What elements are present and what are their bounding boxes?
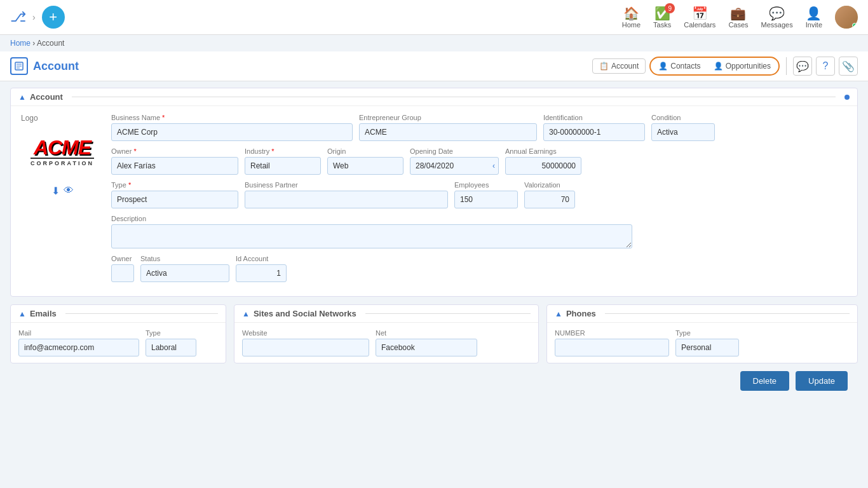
opportunities-icon: 👤	[714, 62, 723, 71]
business-name-input[interactable]	[111, 123, 353, 141]
sites-section-header[interactable]: ▲ Sites and Social Networks	[234, 305, 538, 323]
nav-tasks-label: Tasks	[653, 21, 671, 29]
nav-cases-label: Cases	[728, 21, 748, 29]
business-partner-input[interactable]	[245, 191, 448, 208]
valorization-label: Valorization	[524, 181, 575, 189]
mail-input[interactable]	[18, 339, 139, 356]
tree-icon: ⎇	[10, 9, 26, 25]
phones-section-header[interactable]: ▲ Phones	[547, 305, 857, 323]
contacts-button[interactable]: 👤 Contacts	[653, 59, 705, 73]
header-divider	[786, 57, 787, 75]
date-arrow-icon[interactable]: ‹	[492, 161, 495, 170]
status-label: Status	[140, 255, 229, 262]
acme-text: ACME	[31, 137, 94, 158]
bottom-sections: ▲ Emails Mail Type	[10, 304, 858, 363]
page-header-right: 📋 Account 👤 Contacts 👤 Opportunities 💬 ?…	[592, 57, 858, 76]
condition-group: Condition	[651, 114, 715, 141]
clip-button[interactable]: 📎	[839, 57, 858, 76]
sites-section-title: Sites and Social Networks	[254, 309, 356, 318]
account-button[interactable]: 📋 Account	[592, 58, 646, 74]
account-btn-label: Account	[611, 62, 639, 71]
emails-form: Mail Type	[11, 323, 226, 363]
account-form-body: Logo ACME CORPORATION ⬇ 👁	[11, 106, 857, 296]
emails-section: ▲ Emails Mail Type	[10, 304, 226, 363]
page-header: Account 📋 Account 👤 Contacts 👤 Opportuni…	[0, 51, 868, 81]
description-textarea[interactable]	[111, 224, 632, 248]
email-type-input[interactable]	[146, 339, 196, 356]
emails-section-header[interactable]: ▲ Emails	[11, 305, 226, 323]
sites-toggle-icon: ▲	[242, 309, 250, 318]
acme-logo: ACME CORPORATION	[31, 137, 94, 166]
nav-calendars[interactable]: 📅 Calendars	[684, 6, 715, 29]
owner-box[interactable]	[111, 264, 134, 282]
condition-input[interactable]	[651, 123, 715, 141]
website-group: Website	[242, 329, 369, 356]
account-section: ▲ Account Logo ACME CORPORATION ⬇ 👁	[10, 88, 858, 297]
valorization-input[interactable]	[524, 191, 575, 208]
emails-section-title: Emails	[30, 309, 57, 318]
breadcrumb-home[interactable]: Home	[10, 39, 31, 48]
phone-type-input[interactable]	[675, 339, 739, 356]
email-type-group: Type	[146, 329, 196, 356]
status-input[interactable]	[140, 264, 229, 282]
type-input[interactable]	[111, 191, 238, 208]
annual-earnings-input[interactable]	[505, 157, 581, 175]
contacts-icon: 👤	[658, 62, 668, 71]
phones-section: ▲ Phones NUMBER Type	[546, 304, 858, 363]
number-input[interactable]	[555, 339, 669, 356]
tasks-badge: 9	[665, 3, 675, 13]
nav-home[interactable]: 🏠 Home	[622, 6, 641, 29]
entrepreneur-group-input[interactable]	[359, 123, 537, 141]
entrepreneur-group-label: Entrepreneur Group	[359, 114, 537, 121]
sites-section: ▲ Sites and Social Networks Website Net	[234, 304, 539, 363]
origin-input[interactable]	[327, 157, 403, 175]
business-name-group: Business Name *	[111, 114, 353, 141]
home-icon: 🏠	[623, 6, 639, 21]
chat-button[interactable]: 💬	[793, 57, 812, 76]
nav-messages[interactable]: 💬 Messages	[761, 6, 793, 29]
net-group: Net	[376, 329, 477, 356]
help-button[interactable]: ?	[816, 57, 835, 76]
update-button[interactable]: Update	[796, 371, 848, 391]
website-label: Website	[242, 329, 369, 337]
condition-label: Condition	[651, 114, 715, 121]
opportunities-button[interactable]: 👤 Opportunities	[709, 59, 776, 73]
nav-right: 🏠 Home 9 ✅ Tasks 📅 Calendars 💼 Cases 💬 M…	[622, 6, 858, 29]
phones-section-line	[605, 313, 850, 314]
delete-button[interactable]: Delete	[740, 371, 790, 391]
identification-input[interactable]	[543, 123, 645, 141]
mail-label: Mail	[18, 329, 139, 337]
annual-earnings-label: Annual Earnings	[505, 147, 581, 155]
net-input[interactable]	[376, 339, 477, 356]
sites-form-row: Website Net	[242, 329, 531, 356]
add-button[interactable]: +	[42, 6, 65, 29]
download-icon[interactable]: ⬇	[51, 185, 60, 197]
website-input[interactable]	[242, 339, 369, 356]
nav-calendars-label: Calendars	[684, 21, 715, 29]
nav-tasks[interactable]: 9 ✅ Tasks	[653, 6, 671, 29]
view-icon[interactable]: 👁	[64, 185, 74, 197]
owner-input[interactable]	[111, 157, 238, 175]
id-account-input[interactable]	[236, 264, 287, 282]
origin-group: Origin	[327, 147, 403, 175]
description-group: Description	[111, 215, 847, 248]
avatar[interactable]	[835, 6, 858, 29]
mail-group: Mail	[18, 329, 139, 356]
industry-label: Industry *	[245, 147, 321, 155]
opening-date-wrap: ‹	[410, 157, 499, 175]
nav-cases[interactable]: 💼 Cases	[728, 6, 748, 29]
description-label: Description	[111, 215, 847, 222]
industry-input[interactable]	[245, 157, 321, 175]
phones-section-title: Phones	[566, 309, 596, 318]
top-navigation: ⎇ › + 🏠 Home 9 ✅ Tasks 📅 Calendars 💼 Cas…	[0, 0, 868, 35]
phone-type-label: Type	[675, 329, 739, 337]
business-partner-group: Business Partner	[245, 181, 448, 208]
highlight-box: 👤 Contacts 👤 Opportunities	[649, 57, 780, 76]
nav-messages-label: Messages	[761, 21, 793, 29]
nav-invite[interactable]: 👤 Invite	[806, 6, 822, 29]
opening-date-input[interactable]	[410, 157, 499, 175]
employees-input[interactable]	[454, 191, 518, 208]
invite-icon: 👤	[806, 6, 822, 21]
page-title: Account	[33, 60, 79, 73]
account-section-header[interactable]: ▲ Account	[11, 88, 857, 106]
